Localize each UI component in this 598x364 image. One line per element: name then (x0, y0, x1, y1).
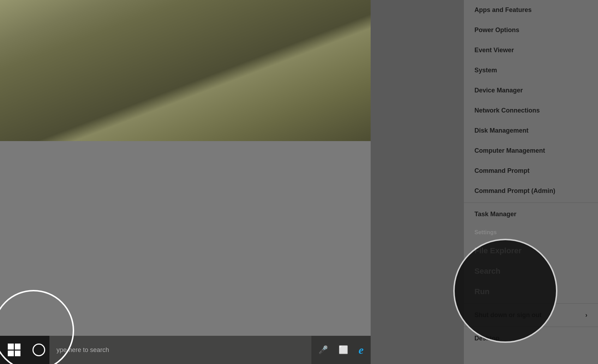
menu-item-network-connections[interactable]: Network Connections (464, 101, 598, 121)
desktop: ype here to search 🎤 ⬜ e (0, 0, 371, 364)
logo-square-tl (8, 344, 14, 350)
menu-item-search[interactable]: Search (464, 261, 598, 281)
menu-item-settings[interactable]: Settings (464, 224, 598, 241)
logo-square-br (15, 351, 21, 357)
cortana-button[interactable] (28, 336, 49, 364)
start-button[interactable] (0, 336, 28, 364)
context-menu: Apps and Features Power Options Event Vi… (464, 0, 598, 364)
menu-item-computer-management[interactable]: Computer Management (464, 141, 598, 161)
search-placeholder-text: ype here to search (56, 346, 109, 354)
microphone-icon[interactable]: 🎤 (318, 345, 328, 354)
taskbar-system-icons: 🎤 ⬜ e (311, 336, 371, 364)
menu-divider-1 (464, 202, 598, 203)
menu-divider-3 (464, 327, 598, 327)
menu-item-run[interactable]: Run (464, 281, 598, 302)
menu-item-event-viewer[interactable]: Event Viewer (464, 40, 598, 60)
menu-item-desktop[interactable]: Desktop (464, 328, 598, 348)
menu-item-command-prompt-admin[interactable]: Command Prompt (Admin) (464, 181, 598, 201)
logo-square-bl (8, 351, 14, 357)
taskbar: ype here to search 🎤 ⬜ e (0, 336, 371, 364)
menu-item-shut-down[interactable]: Shut down or sign out › (464, 305, 598, 325)
cortana-circle-icon (32, 344, 45, 356)
desktop-gray-area (0, 141, 371, 336)
menu-divider-2 (464, 303, 598, 304)
landscape-background (0, 0, 371, 141)
menu-item-command-prompt[interactable]: Command Prompt (464, 161, 598, 181)
menu-item-disk-management[interactable]: Disk Management (464, 121, 598, 141)
menu-item-apps-features[interactable]: Apps and Features (464, 0, 598, 20)
shut-down-arrow-icon: › (585, 311, 587, 319)
menu-item-power-options[interactable]: Power Options (464, 20, 598, 40)
shut-down-label: Shut down or sign out (474, 311, 542, 319)
menu-item-file-explorer[interactable]: File Explorer (464, 241, 598, 261)
task-view-icon[interactable]: ⬜ (339, 345, 348, 354)
menu-item-device-manager[interactable]: Device Manager (464, 80, 598, 101)
menu-item-system[interactable]: System (464, 60, 598, 80)
taskbar-search-bar[interactable]: ype here to search (49, 336, 311, 364)
edge-browser-icon[interactable]: e (359, 344, 364, 357)
logo-square-tr (15, 344, 21, 350)
windows-logo-icon (8, 344, 20, 356)
menu-item-task-manager[interactable]: Task Manager (464, 204, 598, 224)
